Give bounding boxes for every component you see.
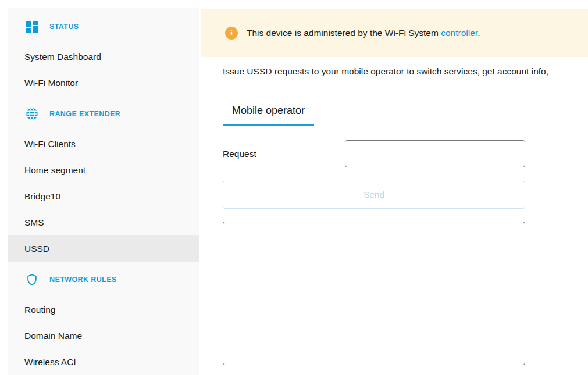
shield-icon — [26, 273, 38, 286]
globe-icon — [26, 108, 38, 120]
request-label: Request — [223, 149, 345, 159]
sidebar-item-system-dashboard[interactable]: System Dashboard — [8, 44, 199, 70]
admin-notice-text-before: This device is administered by the Wi-Fi… — [247, 28, 441, 38]
admin-notice-text: This device is administered by the Wi-Fi… — [247, 28, 480, 38]
dashboard-icon — [26, 20, 38, 33]
request-row: Request — [223, 140, 525, 167]
ussd-form: Request Send — [223, 140, 525, 365]
sidebar-item-wi-fi-monitor[interactable]: Wi-Fi Monitor — [8, 70, 199, 96]
page-description: Issue USSD requests to your mobile opera… — [223, 66, 588, 77]
admin-notice-text-after: . — [477, 28, 480, 38]
main-content: i This device is administered by the Wi-… — [201, 9, 588, 365]
tab-mobile-operator[interactable]: Mobile operator — [223, 101, 314, 126]
tab-bar: Mobile operator — [223, 101, 588, 126]
sidebar-item-sms[interactable]: SMS — [8, 209, 199, 235]
sidebar-section-status: STATUS — [8, 13, 199, 40]
sidebar-item-routing[interactable]: Routing — [8, 297, 199, 323]
sidebar-item-domain-name[interactable]: Domain Name — [8, 323, 199, 349]
sidebar-item-wi-fi-clients[interactable]: Wi-Fi Clients — [8, 131, 199, 157]
sidebar: STATUS System Dashboard Wi-Fi Monitor RA… — [8, 8, 199, 375]
sidebar-item-bridge10[interactable]: Bridge10 — [8, 183, 199, 209]
info-icon: i — [225, 27, 238, 40]
sidebar-item-home-segment[interactable]: Home segment — [8, 157, 199, 183]
send-button[interactable]: Send — [223, 181, 525, 209]
admin-notice-banner: i This device is administered by the Wi-… — [201, 9, 588, 57]
response-output[interactable] — [223, 222, 525, 365]
request-input[interactable] — [345, 140, 525, 167]
sidebar-section-range-extender: RANGE EXTENDER — [8, 101, 199, 127]
controller-link[interactable]: controller — [441, 28, 477, 38]
sidebar-item-wireless-acl[interactable]: Wireless ACL — [8, 349, 199, 375]
sidebar-section-network-rules: NETWORK RULES — [8, 266, 199, 292]
sidebar-item-ussd[interactable]: USSD — [8, 235, 199, 262]
